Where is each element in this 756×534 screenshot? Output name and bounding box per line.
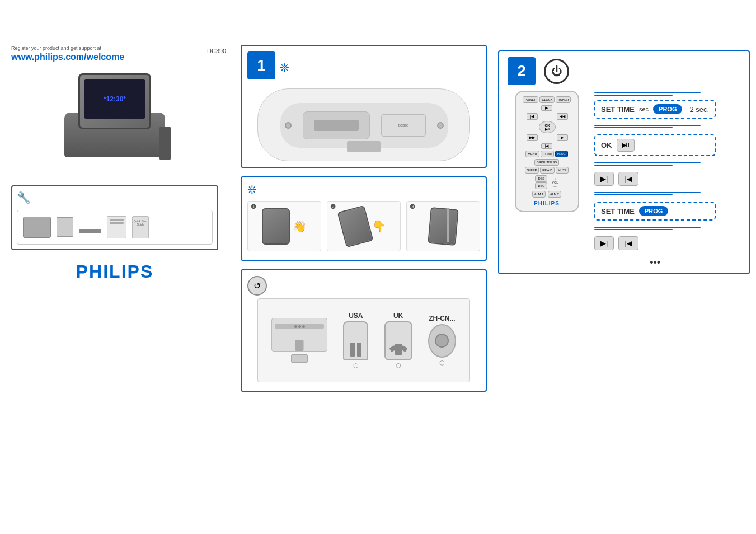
right-panel: 2 ⏻ POWER CLOCK TUNER ▶| <box>498 45 750 274</box>
philips-url: www.philips.com/welcome <box>11 52 218 62</box>
prog-btn-2[interactable]: PROG <box>639 206 668 216</box>
snowflake-icon-1: ❊ <box>280 61 289 74</box>
step-illus-3: ❸ <box>406 201 480 251</box>
register-text: Register your product and get support at <box>11 45 218 52</box>
instr-set-time-sec: SET TIME sec PROG 2 sec. <box>594 91 716 119</box>
step-illus-2: ❷ 👇 <box>327 201 401 251</box>
uk-label: UK <box>393 312 403 320</box>
step3-box: ↺ USA <box>241 269 487 392</box>
step-illus-1: ❶ 👋 <box>247 201 321 251</box>
remote-illustration: POWER CLOCK TUNER ▶| |◀ ◀◀ OK▶II <box>508 91 586 268</box>
continuation-dots: ••• <box>594 257 716 268</box>
sep-lines-4 <box>594 192 716 195</box>
step1-number: 1 <box>247 51 275 79</box>
accessories-box: 🔧 Quick Start Guide <box>11 185 218 250</box>
step2-box: ❊ ❶ 👋 ❷ 👇 ❸ <box>241 176 487 261</box>
power-icon: ⏻ <box>544 59 569 84</box>
set-time-sec-box: SET TIME sec PROG 2 sec. <box>594 100 716 119</box>
prev-btn-1[interactable]: |◀ <box>618 172 638 186</box>
left-panel: Register your product and get support at… <box>11 45 218 282</box>
zhcn-label: ZH-CN... <box>429 315 455 322</box>
product-image: *12:30* <box>53 73 176 174</box>
remote-pt-btn: PT+/k) <box>541 151 554 157</box>
right-outer-box: 2 ⏻ POWER CLOCK TUNER ▶| <box>498 50 750 274</box>
remote-tuner-btn: TUNER <box>556 96 571 103</box>
philips-logo-left: PHILIPS <box>11 261 218 282</box>
plug-box: USA ⬡ UK ⬡ ZH-CN... <box>257 298 470 382</box>
ok-play-btn[interactable]: ▶II <box>617 139 635 152</box>
set-time-box: SET TIME PROG <box>594 202 716 221</box>
set-time-label-2: SET TIME <box>601 207 635 216</box>
instruction-steps: SET TIME sec PROG 2 sec. OK ▶II <box>594 91 716 268</box>
remote-top-btns: POWER CLOCK TUNER <box>519 96 575 103</box>
instr-arrows-1: ▶| |◀ <box>594 172 716 186</box>
right-content: POWER CLOCK TUNER ▶| |◀ ◀◀ OK▶II <box>508 91 740 268</box>
accessory-bar: Quick Start Guide <box>17 210 213 245</box>
sep-lines-2 <box>594 125 716 128</box>
remote-prog-btn: PROG <box>555 151 568 157</box>
remote-menu-btn: MENU <box>525 151 539 157</box>
ok-box: OK ▶II <box>594 134 716 156</box>
sep-lines-5 <box>594 227 716 230</box>
sep-lines-1 <box>594 92 716 96</box>
middle-panel: 1 ❊ DC390 ❊ <box>241 45 487 400</box>
remote-brand: PHILIPS <box>519 200 575 207</box>
next-btn-1[interactable]: ▶| <box>594 172 614 186</box>
prog-btn-1[interactable]: PROG <box>653 104 682 114</box>
sec-label: sec <box>639 106 649 113</box>
instr-ok: OK ▶II <box>594 134 716 156</box>
prev-btn-2[interactable]: |◀ <box>618 236 638 250</box>
next-btn-2[interactable]: ▶| <box>594 236 614 250</box>
instr-set-time: SET TIME PROG <box>594 202 716 221</box>
instr-arrows-2: ▶| |◀ <box>594 236 716 250</box>
remote-power-btn: POWER <box>523 96 539 103</box>
remote-full: POWER CLOCK TUNER ▶| |◀ ◀◀ OK▶II <box>515 91 579 212</box>
set-time-label-1: SET TIME <box>601 105 635 114</box>
snowflake-icon-2: ❊ <box>247 183 257 196</box>
two-sec-label: 2 sec. <box>689 105 709 114</box>
header-row: 2 ⏻ <box>508 57 740 85</box>
usa-label: USA <box>349 312 363 320</box>
sep-lines-3 <box>594 162 716 166</box>
step1-box: 1 ❊ DC390 <box>241 45 487 168</box>
model-text: DC390 <box>207 48 226 54</box>
ok-label: OK <box>601 141 612 149</box>
remote-clock-btn: CLOCK <box>539 96 555 103</box>
steps-row: ❶ 👋 ❷ 👇 ❸ <box>247 201 480 251</box>
step2-number: 2 <box>508 57 536 85</box>
